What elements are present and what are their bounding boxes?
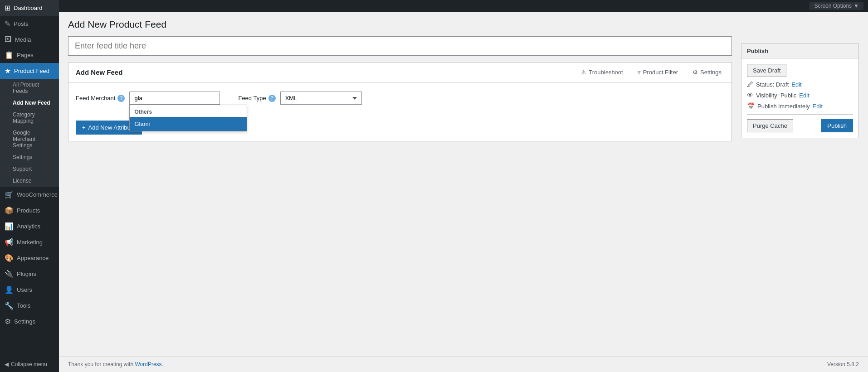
wordpress-link[interactable]: WordPress [135, 361, 161, 367]
sidebar-panel: Publish Save Draft 🖉 Status: Draft Edit … [741, 36, 859, 145]
publish-panel-body: Save Draft 🖉 Status: Draft Edit 👁 Visibi… [741, 58, 858, 138]
product-feed-icon: ★ [5, 67, 11, 75]
feed-type-select[interactable]: XML CSV TSV TXT [280, 92, 362, 105]
submenu-google-merchant-settings[interactable]: Google Merchant Settings [0, 127, 59, 151]
sidebar-item-woocommerce[interactable]: 🛒 WooCommerce [0, 187, 59, 203]
feed-merchant-label: Feed Merchant ? [76, 95, 125, 102]
feed-merchant-group: Feed Merchant ? Others Glami [76, 92, 220, 105]
main-wrap: Screen Options ▼ Add New Product Feed Ad… [59, 0, 868, 372]
filter-icon: ▿ [638, 69, 641, 76]
submenu-all-product-feeds[interactable]: All Product Feeds [0, 79, 59, 97]
merchant-help-icon[interactable]: ? [117, 95, 125, 102]
publish-time-text: Publish immediately [757, 103, 810, 110]
sidebar-item-posts[interactable]: ✎ Posts [0, 16, 59, 32]
footer: Thank you for creating with WordPress. V… [59, 356, 868, 372]
plus-icon: + [82, 124, 86, 131]
submenu-license[interactable]: License [0, 175, 59, 187]
analytics-icon: 📊 [5, 222, 14, 231]
publish-panel-header: Publish [741, 44, 858, 58]
purge-cache-button[interactable]: Purge Cache [747, 119, 793, 132]
feed-type-label: Feed Type ? [238, 95, 275, 102]
publish-time-row: 📅 Publish immediately Edit [747, 102, 853, 110]
sidebar-item-dashboard[interactable]: ⊞ Dashboard [0, 0, 59, 16]
sidebar-item-media[interactable]: 🖼 Media [0, 32, 59, 47]
content-area: Add New Product Feed Add New Feed ⚠ Trou… [59, 12, 868, 356]
status-icon: 🖉 [747, 81, 753, 88]
sidebar-item-settings[interactable]: ⚙ Settings [0, 314, 59, 329]
product-filter-button[interactable]: ▿ Product Filter [635, 67, 681, 77]
submenu-category-mapping[interactable]: Category Mapping [0, 109, 59, 127]
feed-type-help-icon[interactable]: ? [268, 95, 276, 102]
dropdown-option-glami[interactable]: Glami [130, 117, 247, 131]
publish-panel: Publish Save Draft 🖉 Status: Draft Edit … [741, 43, 859, 138]
feed-card-body: Feed Merchant ? Others Glami [68, 82, 731, 114]
screen-options-button[interactable]: Screen Options ▼ [809, 2, 863, 10]
publish-time-edit-link[interactable]: Edit [813, 103, 823, 110]
sidebar-item-plugins[interactable]: 🔌 Plugins [0, 266, 59, 282]
submenu-settings[interactable]: Settings [0, 151, 59, 163]
woocommerce-icon: 🛒 [5, 190, 14, 199]
visibility-row: 👁 Visibility: Public Edit [747, 92, 853, 99]
feed-card-title: Add New Feed [76, 68, 122, 76]
feed-title-input[interactable] [68, 36, 732, 56]
plugins-icon: 🔌 [5, 270, 14, 278]
tools-icon: 🔧 [5, 301, 14, 310]
status-edit-link[interactable]: Edit [791, 81, 801, 88]
version-text: Version 5.8.2 [827, 361, 859, 367]
publish-button[interactable]: Publish [821, 119, 853, 132]
merchant-dropdown: Others Glami [129, 105, 247, 131]
submenu-support[interactable]: Support [0, 163, 59, 175]
collapse-arrow-icon: ◀ [5, 361, 9, 367]
settings-button[interactable]: ⚙ Settings [690, 67, 724, 77]
feed-fields-row: Feed Merchant ? Others Glami [76, 92, 724, 105]
sidebar-item-pages[interactable]: 📋 Pages [0, 47, 59, 63]
submenu-add-new-feed[interactable]: Add New Feed [0, 97, 59, 109]
warning-icon: ⚠ [581, 69, 586, 76]
troubleshoot-button[interactable]: ⚠ Troubleshoot [578, 67, 625, 77]
main-and-sidebar-layout: Add New Feed ⚠ Troubleshoot ▿ Product Fi… [68, 36, 859, 148]
save-draft-button[interactable]: Save Draft [747, 64, 786, 77]
merchant-dropdown-wrap: Others Glami [129, 92, 220, 105]
settings-icon: ⚙ [5, 317, 11, 326]
sidebar-item-appearance[interactable]: 🎨 Appearance [0, 250, 59, 266]
feed-type-select-wrap: XML CSV TSV TXT [280, 92, 362, 105]
feed-type-group: Feed Type ? XML CSV TSV TXT [238, 92, 361, 105]
dropdown-group-label: Others [130, 105, 247, 117]
users-icon: 👤 [5, 285, 14, 294]
top-bar: Screen Options ▼ [59, 0, 868, 12]
product-feed-submenu: All Product Feeds Add New Feed Category … [0, 79, 59, 187]
sidebar-item-marketing[interactable]: 📢 Marketing [0, 234, 59, 250]
appearance-icon: 🎨 [5, 254, 14, 262]
sidebar-item-tools[interactable]: 🔧 Tools [0, 298, 59, 314]
footer-text: Thank you for creating with WordPress. [68, 361, 163, 367]
media-icon: 🖼 [5, 35, 12, 43]
visibility-edit-link[interactable]: Edit [799, 92, 809, 99]
sidebar-item-product-feed[interactable]: ★ Product Feed [0, 63, 59, 79]
sidebar-item-products[interactable]: 📦 Products [0, 203, 59, 218]
screen-options-chevron-icon: ▼ [853, 3, 859, 9]
status-row: 🖉 Status: Draft Edit [747, 81, 853, 88]
dashboard-icon: ⊞ [5, 4, 10, 12]
feed-card-header: Add New Feed ⚠ Troubleshoot ▿ Product Fi… [68, 63, 731, 82]
main-column: Add New Feed ⚠ Troubleshoot ▿ Product Fi… [68, 36, 732, 148]
pages-icon: 📋 [5, 51, 14, 59]
visibility-icon: 👁 [747, 92, 753, 99]
sidebar: ⊞ Dashboard ✎ Posts 🖼 Media 📋 Pages ★ Pr… [0, 0, 59, 372]
collapse-menu-button[interactable]: ◀ Collapse menu [0, 357, 59, 372]
products-icon: 📦 [5, 206, 14, 215]
posts-icon: ✎ [5, 19, 10, 28]
gear-icon: ⚙ [692, 69, 698, 76]
visibility-text: Visibility: Public [756, 92, 796, 99]
marketing-icon: 📢 [5, 238, 14, 246]
sidebar-item-analytics[interactable]: 📊 Analytics [0, 218, 59, 234]
merchant-search-input[interactable] [129, 92, 220, 105]
panel-actions: Purge Cache Publish [747, 114, 853, 132]
status-text: Status: Draft [756, 81, 789, 88]
feed-card: Add New Feed ⚠ Troubleshoot ▿ Product Fi… [68, 62, 732, 141]
page-title: Add New Product Feed [68, 19, 859, 30]
sidebar-item-users[interactable]: 👤 Users [0, 282, 59, 298]
calendar-icon: 📅 [747, 102, 755, 110]
feed-card-actions: ⚠ Troubleshoot ▿ Product Filter ⚙ Settin… [578, 67, 724, 77]
